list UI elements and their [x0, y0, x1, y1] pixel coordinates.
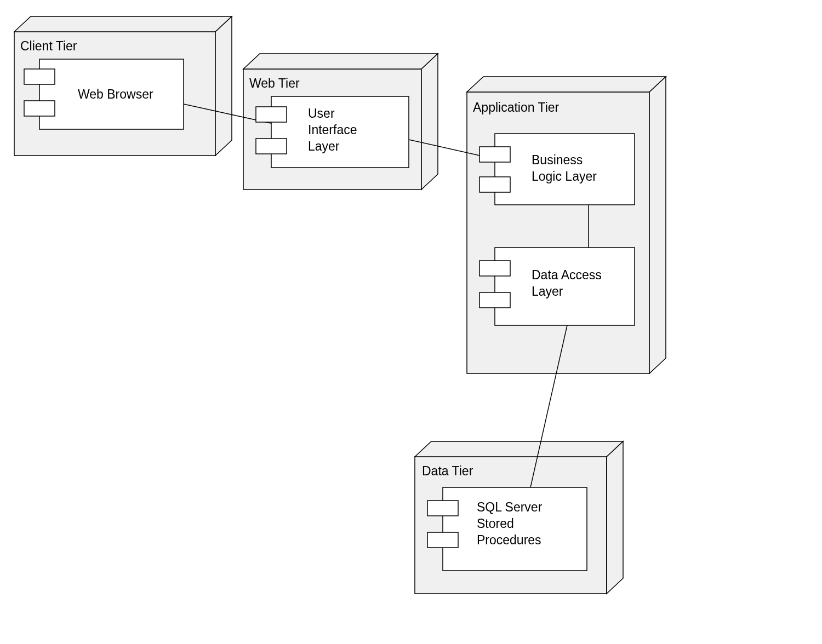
- bll-label-2: Logic Layer: [532, 169, 597, 183]
- svg-marker-5: [421, 54, 438, 189]
- svg-rect-22: [480, 261, 510, 276]
- ui-layer-label-3: Layer: [308, 139, 340, 153]
- svg-rect-16: [256, 107, 287, 122]
- sql-label-1: SQL Server: [477, 500, 543, 514]
- svg-rect-13: [24, 69, 55, 84]
- sql-label-2: Stored: [477, 516, 514, 531]
- svg-rect-21: [495, 248, 635, 325]
- svg-marker-4: [243, 54, 438, 69]
- svg-marker-10: [415, 441, 623, 457]
- web-tier-label: Web Tier: [249, 76, 300, 90]
- svg-marker-1: [14, 16, 232, 32]
- sql-component: SQL Server Stored Procedures: [427, 487, 587, 571]
- svg-rect-26: [427, 532, 458, 548]
- svg-marker-2: [215, 16, 232, 156]
- dal-label-2: Layer: [532, 284, 563, 298]
- ui-layer-label-2: Interface: [308, 123, 357, 137]
- svg-marker-8: [649, 77, 666, 373]
- data-access-component: Data Access Layer: [480, 248, 635, 325]
- svg-rect-19: [480, 147, 510, 162]
- web-browser-component: Web Browser: [24, 59, 184, 129]
- svg-rect-17: [256, 139, 287, 154]
- dal-label-1: Data Access: [532, 268, 602, 282]
- svg-rect-23: [480, 292, 510, 308]
- sql-label-3: Procedures: [477, 533, 541, 547]
- client-tier-label: Client Tier: [20, 39, 77, 53]
- deployment-diagram: Client Tier Web Tier Application Tier Da…: [0, 0, 822, 644]
- svg-marker-7: [467, 77, 666, 92]
- ui-layer-component: User Interface Layer: [256, 96, 409, 168]
- svg-marker-11: [607, 441, 623, 594]
- svg-rect-20: [480, 177, 510, 192]
- data-tier-label: Data Tier: [422, 464, 473, 478]
- svg-rect-14: [24, 101, 55, 116]
- business-logic-component: Business Logic Layer: [480, 134, 635, 205]
- ui-layer-label-1: User: [308, 106, 335, 120]
- web-browser-label: Web Browser: [78, 87, 153, 101]
- application-tier-label: Application Tier: [473, 100, 560, 114]
- svg-rect-25: [427, 501, 458, 516]
- bll-label-1: Business: [532, 153, 583, 167]
